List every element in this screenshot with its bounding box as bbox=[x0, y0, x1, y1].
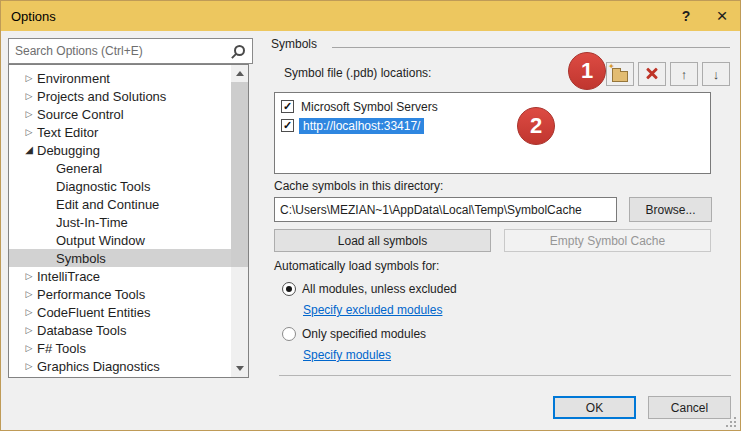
search-box bbox=[8, 38, 253, 64]
radio-unselected-icon bbox=[282, 327, 296, 341]
radio-only-specified-modules[interactable]: Only specified modules bbox=[282, 327, 426, 341]
cache-directory-input[interactable] bbox=[274, 197, 617, 222]
group-rule bbox=[332, 47, 730, 48]
help-button[interactable]: ? bbox=[670, 1, 702, 31]
add-symbol-location-button[interactable] bbox=[606, 62, 634, 86]
annotation-badge-2: 2 bbox=[517, 107, 555, 145]
move-down-button[interactable]: ↓ bbox=[702, 62, 730, 86]
symbol-locations-list: ✓Microsoft Symbol Servers✓http://localho… bbox=[274, 92, 711, 174]
tree-item-label: Graphics Diagnostics bbox=[37, 359, 160, 374]
tree-item-label: Debugging bbox=[37, 143, 100, 158]
tree-item-label: CodeFluent Entities bbox=[37, 305, 150, 320]
new-folder-icon bbox=[612, 71, 628, 82]
tree-item-label: General bbox=[56, 161, 102, 176]
scroll-up-icon bbox=[236, 71, 244, 76]
auto-load-label: Automatically load symbols for: bbox=[274, 259, 439, 273]
expand-collapsed-icon[interactable]: ▷ bbox=[23, 123, 35, 141]
cache-directory-label: Cache symbols in this directory: bbox=[274, 179, 443, 193]
expand-collapsed-icon[interactable]: ▷ bbox=[23, 105, 35, 123]
empty-symbol-cache-button[interactable]: Empty Symbol Cache bbox=[504, 229, 711, 252]
specify-excluded-modules-link[interactable]: Specify excluded modules bbox=[303, 303, 442, 317]
tree-item-label: Edit and Continue bbox=[56, 197, 159, 212]
radio-only-specified-label: Only specified modules bbox=[302, 327, 426, 341]
title-bar[interactable]: Options ? × bbox=[1, 1, 740, 31]
ok-button[interactable]: OK bbox=[553, 396, 636, 419]
tree-item-graphics-diagnostics[interactable]: ▷Graphics Diagnostics bbox=[9, 357, 231, 375]
tree-item-label: Source Control bbox=[37, 107, 124, 122]
symbol-location-row[interactable]: ✓Microsoft Symbol Servers bbox=[275, 97, 710, 116]
tree-item-performance-tools[interactable]: ▷Performance Tools bbox=[9, 285, 231, 303]
locations-label: Symbol file (.pdb) locations: bbox=[284, 66, 431, 80]
tree-item-label: Performance Tools bbox=[37, 287, 145, 302]
tree-item-label: Output Window bbox=[56, 233, 145, 248]
search-icon[interactable] bbox=[232, 45, 246, 59]
search-input[interactable] bbox=[9, 39, 252, 63]
delete-icon bbox=[645, 67, 659, 81]
expand-collapsed-icon[interactable]: ▷ bbox=[23, 375, 35, 377]
tree-item-just-in-time[interactable]: Just-In-Time bbox=[9, 213, 231, 231]
expand-expanded-icon[interactable]: ◢ bbox=[23, 141, 35, 159]
tree-item-label: HTML Designer bbox=[37, 377, 128, 378]
browse-button[interactable]: Browse... bbox=[629, 197, 712, 222]
tree-item-label: Symbols bbox=[56, 251, 106, 266]
scroll-down-icon bbox=[236, 366, 244, 371]
expand-collapsed-icon[interactable]: ▷ bbox=[23, 87, 35, 105]
expand-collapsed-icon[interactable]: ▷ bbox=[23, 267, 35, 285]
tree-item-label: IntelliTrace bbox=[37, 269, 100, 284]
tree-item-general[interactable]: General bbox=[9, 159, 231, 177]
tree-item-label: Environment bbox=[37, 71, 110, 86]
expand-collapsed-icon[interactable]: ▷ bbox=[23, 303, 35, 321]
tree-item-label: F# Tools bbox=[37, 341, 86, 356]
radio-selected-icon bbox=[282, 282, 296, 296]
options-tree: ▷Environment▷Projects and Solutions▷Sour… bbox=[9, 65, 231, 377]
cancel-button[interactable]: Cancel bbox=[648, 396, 731, 419]
tree-item-label: Diagnostic Tools bbox=[56, 179, 150, 194]
options-tree-box: ▷Environment▷Projects and Solutions▷Sour… bbox=[8, 64, 249, 378]
symbols-group-title: Symbols bbox=[271, 37, 317, 51]
annotation-badge-1: 1 bbox=[568, 52, 606, 90]
move-up-button[interactable]: ↑ bbox=[670, 62, 698, 86]
down-arrow-icon: ↓ bbox=[713, 68, 720, 81]
symbol-location-row[interactable]: ✓http://localhost:33417/ bbox=[275, 116, 710, 135]
expand-collapsed-icon[interactable]: ▷ bbox=[23, 339, 35, 357]
radio-all-modules[interactable]: All modules, unless excluded bbox=[282, 282, 457, 296]
scroll-up-button[interactable] bbox=[231, 65, 248, 82]
options-dialog: Options ? × ▷Environment▷Projects and So… bbox=[0, 0, 741, 431]
checkbox-checked-icon[interactable]: ✓ bbox=[281, 119, 294, 132]
tree-scrollbar[interactable] bbox=[231, 65, 248, 377]
checkbox-checked-icon[interactable]: ✓ bbox=[281, 100, 294, 113]
tree-item-label: Database Tools bbox=[37, 323, 126, 338]
tree-item-database-tools[interactable]: ▷Database Tools bbox=[9, 321, 231, 339]
tree-item-f-tools[interactable]: ▷F# Tools bbox=[9, 339, 231, 357]
close-button[interactable]: × bbox=[706, 1, 738, 31]
tree-item-edit-and-continue[interactable]: Edit and Continue bbox=[9, 195, 231, 213]
tree-item-symbols[interactable]: Symbols bbox=[9, 249, 231, 267]
close-icon: × bbox=[716, 5, 727, 27]
tree-item-debugging[interactable]: ◢Debugging bbox=[9, 141, 231, 159]
delete-symbol-location-button[interactable] bbox=[638, 62, 666, 86]
tree-item-codefluent-entities[interactable]: ▷CodeFluent Entities bbox=[9, 303, 231, 321]
resize-grip-icon[interactable] bbox=[725, 416, 737, 428]
tree-item-html-designer[interactable]: ▷HTML Designer bbox=[9, 375, 231, 377]
tree-item-diagnostic-tools[interactable]: Diagnostic Tools bbox=[9, 177, 231, 195]
expand-collapsed-icon[interactable]: ▷ bbox=[23, 69, 35, 87]
expand-collapsed-icon[interactable]: ▷ bbox=[23, 285, 35, 303]
load-all-symbols-button[interactable]: Load all symbols bbox=[274, 229, 491, 252]
scrollbar-thumb[interactable] bbox=[231, 82, 248, 267]
expand-collapsed-icon[interactable]: ▷ bbox=[23, 321, 35, 339]
tree-item-source-control[interactable]: ▷Source Control bbox=[9, 105, 231, 123]
help-icon: ? bbox=[682, 8, 691, 24]
tree-item-projects-and-solutions[interactable]: ▷Projects and Solutions bbox=[9, 87, 231, 105]
tree-item-intellitrace[interactable]: ▷IntelliTrace bbox=[9, 267, 231, 285]
tree-item-environment[interactable]: ▷Environment bbox=[9, 69, 231, 87]
bottom-separator bbox=[279, 375, 731, 376]
scroll-down-button[interactable] bbox=[231, 360, 248, 377]
window-title: Options bbox=[11, 9, 56, 24]
symbol-location-label: Microsoft Symbol Servers bbox=[301, 100, 438, 114]
specify-modules-link[interactable]: Specify modules bbox=[303, 348, 391, 362]
tree-item-text-editor[interactable]: ▷Text Editor bbox=[9, 123, 231, 141]
tree-item-output-window[interactable]: Output Window bbox=[9, 231, 231, 249]
expand-collapsed-icon[interactable]: ▷ bbox=[23, 357, 35, 375]
symbol-location-label: http://localhost:33417/ bbox=[299, 118, 424, 134]
up-arrow-icon: ↑ bbox=[681, 68, 688, 81]
